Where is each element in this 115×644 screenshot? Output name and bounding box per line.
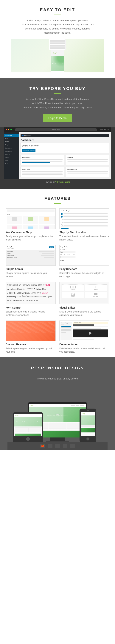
column-bar: [74, 286, 76, 288]
woo-product: $15.00: [7, 225, 22, 229]
dash-sidebar-plugins[interactable]: Plugins: [4, 153, 19, 156]
woo-product: $12.00: [7, 216, 22, 224]
powered-by-text: Powered by: [45, 181, 55, 183]
play-button-icon[interactable]: [89, 332, 92, 335]
doc-sidebar-link[interactable]: [61, 327, 71, 328]
hero-leaves-decoration: [52, 56, 64, 67]
woo-product: $19.00: [39, 225, 54, 229]
installer-desc: The easiest them to install and setup on…: [59, 235, 110, 242]
installer-checkbox[interactable]: [61, 219, 62, 220]
sidebar-line: [50, 46, 65, 48]
dash-sidebar-pages[interactable]: Pages: [4, 143, 19, 146]
dash-sidebar-media[interactable]: Media: [4, 140, 19, 143]
font-gothic: C: [43, 284, 44, 287]
widget-line: [68, 161, 108, 162]
sidebar-left-select[interactable]: Left: [60, 251, 76, 253]
installer-label: [64, 224, 108, 226]
login-to-demo-button[interactable]: Login to Demo: [43, 114, 72, 122]
nav-link: [71, 405, 75, 406]
doc-sidebar-link[interactable]: [61, 329, 71, 330]
installer-checkbox[interactable]: [61, 224, 62, 226]
font-screenshot: Caption Exo Pathway Gothic One C face Ar…: [6, 282, 56, 304]
phone-home-button[interactable]: [86, 438, 90, 440]
features-grid: Shop $12.00 $24.00 $8.50: [6, 208, 110, 278]
font-josefin: Josefin Slab: [7, 292, 22, 295]
dock-icon-5[interactable]: [70, 444, 75, 448]
installer-checkbox[interactable]: [61, 222, 62, 223]
text-lines: [94, 293, 98, 295]
mini-logo-desktop: Leafy: [30, 405, 34, 406]
installer-screenshot: Install Plugins: [59, 208, 110, 229]
mockup-hero: Welcome to Leafy: [51, 56, 64, 71]
dock-icon-2[interactable]: [48, 444, 52, 448]
installer-title-text: Install Plugins: [61, 210, 108, 212]
desktop-stand: [50, 438, 65, 441]
widget-line: [22, 171, 62, 172]
sidebar-left-right-row: Left/Right Column: [60, 249, 108, 250]
sidebar-widget-label: Widget Area #1 (Sidebar #1): [60, 254, 108, 256]
dashboard-title: Dashboard: [20, 138, 110, 142]
admin-screenshot: Leafy Theme Home Blogger Change Typograp…: [6, 245, 56, 266]
dash-sidebar-settings[interactable]: Settings: [4, 162, 19, 166]
dock-area: 🍎: [8, 442, 108, 450]
responsive-underline: [54, 373, 61, 373]
dash-sidebar-appearance[interactable]: Appearance: [4, 150, 19, 153]
easy-description: Add your logo, select a header image or …: [11, 18, 104, 35]
product-image: [44, 226, 49, 229]
widget-title: Quick Draft: [22, 168, 62, 170]
font-exo: Exo: [17, 284, 21, 287]
mockup-col: [56, 72, 59, 72]
product-price: $24.00: [29, 222, 32, 222]
installer-checkbox[interactable]: [61, 216, 62, 218]
dock-icon-4[interactable]: [63, 444, 68, 448]
tablet-home-button[interactable]: [26, 437, 30, 441]
doc-sidebar-link[interactable]: [61, 326, 71, 327]
devices-showcase: Leafy Leafy Welcome to Leafy -: [8, 386, 108, 442]
mini-card-tablet: [15, 428, 28, 432]
text-line: [94, 294, 98, 295]
dash-sidebar-dashboard[interactable]: Dashboard: [4, 134, 19, 137]
customize-site-button[interactable]: Customize Your Site: [22, 149, 36, 152]
admin-change-button[interactable]: Change: [49, 246, 54, 248]
font-chewy: Chewy: [42, 292, 48, 295]
mini-hero-tablet: Welcome to Leafy - the clean and green t…: [14, 417, 42, 426]
dash-sidebar-tools[interactable]: Tools: [4, 159, 19, 162]
documentation-screenshot: Home Blogger2.0 by ✦ Text Editor: [59, 320, 110, 341]
woo-mockup: Shop $12.00 $24.00 $8.50: [6, 208, 56, 229]
sidebar-widget-select[interactable]: [60, 256, 76, 258]
admin-top: Leafy Theme Home Blogger Change: [6, 245, 56, 250]
dock-icon-3[interactable]: [55, 444, 60, 448]
admin-version: Home Blogger: [7, 248, 15, 249]
installer-row: [61, 216, 108, 218]
browser-time: Time left: 1:00: [100, 129, 110, 130]
dock-finder-icon[interactable]: 🍎: [40, 444, 45, 448]
installer-label: [64, 222, 108, 223]
text-line: [94, 293, 98, 294]
admin-row-colors: Colors: [7, 253, 54, 254]
installer-checkbox[interactable]: [61, 213, 62, 215]
phone-speaker: [87, 410, 89, 411]
woocommerce-screenshot: Shop $12.00 $24.00 $8.50: [6, 208, 56, 229]
powered-by: Powered by YC Theme Demo: [0, 179, 115, 185]
leafy-mockup: Leafy Welcome to Leafy: [12, 39, 104, 72]
doc-content-line: [72, 326, 108, 328]
dash-sidebar-posts[interactable]: Posts: [4, 137, 19, 140]
installer-install-button[interactable]: [61, 228, 68, 229]
heading-label: Heading: [94, 289, 98, 290]
admin-row-bar: [42, 253, 54, 254]
text-editor-cell: Text Editor: [85, 292, 107, 298]
mini-nav-tablet: Leafy: [14, 414, 42, 417]
font-patua: Patua One: [36, 288, 46, 291]
sidebar-left-value: Left: [62, 252, 63, 253]
doc-sidebar-link[interactable]: [61, 332, 66, 333]
admin-row-bar: [39, 251, 54, 252]
feature-woocommerce: Shop $12.00 $24.00 $8.50: [6, 208, 56, 242]
font-gt: ▶: [34, 288, 35, 291]
heading-icon: T Heading: [94, 286, 98, 290]
doc-sidebar-link[interactable]: [61, 330, 71, 331]
installer-label: [64, 216, 108, 217]
mini-card: [48, 423, 66, 429]
dash-sidebar-users[interactable]: Users: [4, 156, 19, 159]
dash-sidebar-comments[interactable]: Comments: [4, 146, 19, 150]
doc-video[interactable]: [72, 330, 108, 337]
